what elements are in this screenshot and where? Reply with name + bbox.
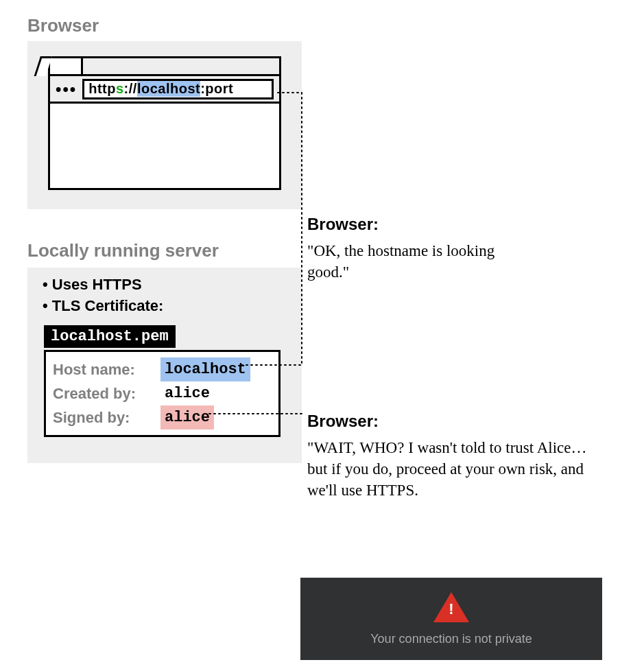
bullet-tls-cert: TLS Certificate:: [52, 297, 164, 314]
cert-value-hostname: localhost: [160, 357, 250, 381]
speech-one-body: "OK, the hostname is looking good.": [307, 240, 513, 283]
speech-one-title: Browser:: [307, 215, 379, 234]
browser-section-title: Browser: [27, 15, 99, 36]
server-section-title: Locally running server: [27, 240, 219, 261]
warning-triangle-icon: [433, 592, 469, 622]
cert-label-signed: Signed by:: [53, 406, 152, 429]
cert-row-hostname: Host name: localhost: [53, 357, 272, 381]
cert-row-signed: Signed by: alice: [53, 405, 272, 429]
speech-two-body: "WAIT, WHO? I wasn't told to trust Alice…: [307, 437, 602, 501]
url-host: localhost: [137, 81, 200, 97]
url-scheme-s: s: [116, 81, 124, 97]
speech-two-title: Browser:: [307, 412, 379, 431]
browser-window: ••• https://localhost:port: [48, 56, 281, 190]
cert-file-chip: localhost.pem: [44, 325, 176, 348]
bullet-uses-https: Uses HTTPS: [52, 276, 142, 293]
cert-value-signed: alice: [160, 405, 214, 429]
cert-label-created: Created by:: [53, 382, 152, 405]
address-bar-row: ••• https://localhost:port: [50, 76, 279, 104]
cert-row-created: Created by: alice: [53, 381, 272, 405]
server-bullets: • Uses HTTPS • TLS Certificate:: [43, 274, 163, 317]
url-port: port: [205, 81, 233, 97]
tab-row: [50, 58, 279, 76]
browser-viewport: [50, 104, 279, 188]
browser-tab: [50, 58, 83, 74]
address-bar: https://localhost:port: [82, 79, 274, 99]
diagram-root: Browser Locally running server ••• https…: [0, 0, 644, 671]
url-scheme-prefix: http: [88, 81, 116, 97]
privacy-warning-card: Your connection is not private: [300, 578, 602, 660]
cert-card: Host name: localhost Created by: alice S…: [44, 350, 281, 437]
cert-value-created: alice: [160, 381, 214, 405]
url-colon: :: [200, 81, 205, 97]
url-separator: ://: [124, 81, 137, 97]
cert-label-hostname: Host name:: [53, 358, 152, 381]
warning-text: Your connection is not private: [370, 632, 532, 646]
